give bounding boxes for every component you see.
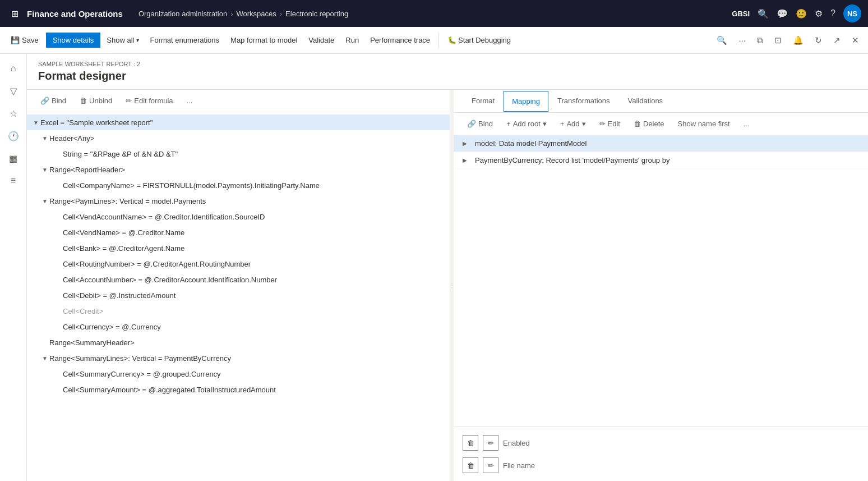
sidebar-workspaces-icon[interactable]: ▦ [3, 148, 24, 168]
add-root-chevron: ▾ [543, 120, 547, 128]
filename-edit-btn[interactable]: ✏ [483, 457, 498, 473]
toggle-icon[interactable]: ▼ [40, 134, 49, 143]
tree-item[interactable]: Cell<AccountNumber> = @.CreditorAccount.… [27, 272, 450, 287]
tree-item[interactable]: Cell<RoutingNumber> = @.CreditorAgent.Ro… [27, 256, 450, 272]
toggle-icon[interactable]: ▼ [31, 118, 40, 127]
tree-item[interactable]: ▼ Range<ReportHeader> [27, 162, 450, 177]
tree-item[interactable]: Cell<CompanyName> = FIRSTORNULL(model.Pa… [27, 177, 450, 193]
tree-item[interactable]: Cell<SummaryAmount> = @.aggregated.Total… [27, 382, 450, 397]
edit-icon: ✏ [126, 97, 132, 105]
sidebar-list-icon[interactable]: ≡ [3, 171, 24, 191]
toggle-icon [54, 244, 63, 253]
performance-trace-button[interactable]: Performance trace [365, 32, 435, 48]
refresh-icon[interactable]: ↻ [810, 32, 827, 49]
tree-item[interactable]: String = "&RPage &P of &N &D &T" [27, 146, 450, 162]
edit-button[interactable]: ✏ Edit [595, 117, 625, 130]
tree-item[interactable]: Cell<SummaryCurrency> = @.grouped.Curren… [27, 366, 450, 382]
search-action-icon[interactable]: 🔍 [712, 32, 732, 49]
mapping-item[interactable]: ▶ PaymentByCurrency: Record list 'model/… [454, 152, 868, 169]
unbind-button[interactable]: 🗑 Unbind [75, 94, 117, 107]
mapping-bind-button[interactable]: 🔗 Bind [463, 117, 497, 130]
tree-item[interactable]: Cell<Credit> [27, 303, 450, 319]
tab-mapping[interactable]: Mapping [504, 91, 548, 112]
format-tree: ▼ Excel = "Sample worksheet report" ▼ He… [27, 112, 450, 481]
tree-item[interactable]: ▼ Range<SummaryLines>: Vertical = Paymen… [27, 350, 450, 366]
toggle-icon[interactable]: ▼ [40, 354, 49, 363]
enabled-delete-btn[interactable]: 🗑 [463, 435, 478, 451]
sidebar-recent-icon[interactable]: 🕐 [3, 126, 24, 146]
more-icon[interactable]: ··· [734, 32, 750, 48]
page-header: SAMPLE WORKSHEET REPORT : 2 Format desig… [27, 54, 868, 90]
more-actions-button[interactable]: ... [182, 94, 197, 107]
left-panel: 🔗 Bind 🗑 Unbind ✏ Edit formula ... [27, 90, 450, 481]
add-button[interactable]: + Add ▾ [556, 117, 590, 130]
item-label: Range<ReportHeader> [49, 166, 125, 174]
format-enumerations-button[interactable]: Format enumerations [145, 32, 225, 48]
item-label: Cell<SummaryCurrency> = @.grouped.Curren… [63, 370, 221, 378]
toggle-icon[interactable]: ▼ [40, 196, 49, 205]
run-button[interactable]: Run [340, 32, 364, 48]
bind-icon: 🔗 [467, 120, 476, 128]
filename-delete-btn[interactable]: 🗑 [463, 457, 478, 473]
delete-button[interactable]: 🗑 Delete [629, 117, 669, 130]
layout-icon[interactable]: ⊡ [770, 32, 786, 49]
chat-icon[interactable]: 💬 [777, 8, 788, 19]
mapping-more-button[interactable]: ... [739, 117, 754, 130]
toggle-icon[interactable]: ▼ [40, 165, 49, 174]
breadcrumb-er[interactable]: Electronic reporting [285, 10, 348, 18]
tree-item[interactable]: Range<SummaryHeader> [27, 335, 450, 350]
add-root-icon: + [506, 120, 511, 128]
connect-icon[interactable]: ⧉ [752, 32, 768, 49]
tab-transformations[interactable]: Transformations [548, 90, 618, 113]
mapping-item[interactable]: ▶ model: Data model PaymentModel [454, 135, 868, 152]
edit-formula-button[interactable]: ✏ Edit formula [121, 94, 177, 107]
item-label: Cell<VendAccountName> = @.Creditor.Ident… [63, 213, 265, 221]
toggle-icon[interactable]: ▶ [463, 140, 472, 146]
start-debugging-button[interactable]: 🐛 Start Debugging [442, 32, 516, 48]
search-icon[interactable]: 🔍 [758, 8, 769, 19]
open-icon[interactable]: ↗ [829, 32, 845, 49]
map-format-button[interactable]: Map format to model [225, 32, 302, 48]
item-label: Cell<CompanyName> = FIRSTORNULL(model.Pa… [63, 181, 320, 190]
tree-item[interactable]: Cell<Currency> = @.Currency [27, 319, 450, 335]
validate-button[interactable]: Validate [303, 32, 339, 48]
enabled-edit-btn[interactable]: ✏ [483, 435, 498, 451]
top-navbar: ⊞ Finance and Operations Organization ad… [0, 0, 868, 27]
sidebar-filter-icon[interactable]: ▽ [3, 81, 24, 101]
item-label: Range<SummaryLines>: Vertical = PaymentB… [49, 354, 231, 363]
toggle-icon [54, 385, 63, 394]
action-bar: 💾 Save Show details Show all Format enum… [0, 27, 868, 54]
tree-item[interactable]: ▼ Header<Any> [27, 130, 450, 146]
tree-item[interactable]: Cell<Bank> = @.CreditorAgent.Name [27, 240, 450, 256]
show-all-button[interactable]: Show all [101, 32, 144, 48]
left-sidebar: ⌂ ▽ ☆ 🕐 ▦ ≡ [0, 54, 27, 481]
mapping-label: PaymentByCurrency: Record list 'model/Pa… [475, 156, 670, 164]
tab-format[interactable]: Format [463, 90, 504, 113]
avatar[interactable]: NS [843, 4, 861, 22]
tree-item[interactable]: Cell<VendAccountName> = @.Creditor.Ident… [27, 209, 450, 225]
toggle-icon[interactable]: ▶ [463, 157, 472, 163]
tab-validations[interactable]: Validations [618, 90, 672, 113]
settings-icon[interactable]: ⚙ [815, 8, 823, 19]
tree-item[interactable]: Cell<Debit> = @.InstructedAmount [27, 287, 450, 303]
add-root-button[interactable]: + Add root ▾ [502, 117, 551, 130]
smiley-icon[interactable]: 🙂 [796, 8, 807, 19]
enabled-label: Enabled [503, 439, 530, 447]
show-name-first-button[interactable]: Show name first [673, 117, 735, 130]
close-icon[interactable]: ✕ [847, 32, 864, 49]
notification-icon[interactable]: 🔔 [788, 32, 808, 49]
item-label: Cell<SummaryAmount> = @.aggregated.Total… [63, 386, 276, 394]
tree-item[interactable]: Cell<VendName> = @.Creditor.Name [27, 225, 450, 240]
tree-item[interactable]: ▼ Range<PaymLines>: Vertical = model.Pay… [27, 193, 450, 209]
sidebar-favorites-icon[interactable]: ☆ [3, 103, 24, 123]
help-icon[interactable]: ? [830, 8, 835, 19]
tree-item[interactable]: ▼ Excel = "Sample worksheet report" [27, 114, 450, 130]
breadcrumb-org[interactable]: Organization administration [138, 10, 227, 18]
save-button[interactable]: 💾 Save [4, 32, 45, 48]
breadcrumb-workspaces[interactable]: Workspaces [236, 10, 276, 18]
app-grid-icon[interactable]: ⊞ [7, 6, 22, 21]
show-details-button[interactable]: Show details [46, 33, 101, 48]
bind-button[interactable]: 🔗 Bind [36, 94, 71, 107]
sidebar-home-icon[interactable]: ⌂ [3, 58, 24, 79]
item-label: Range<SummaryHeader> [49, 338, 135, 347]
